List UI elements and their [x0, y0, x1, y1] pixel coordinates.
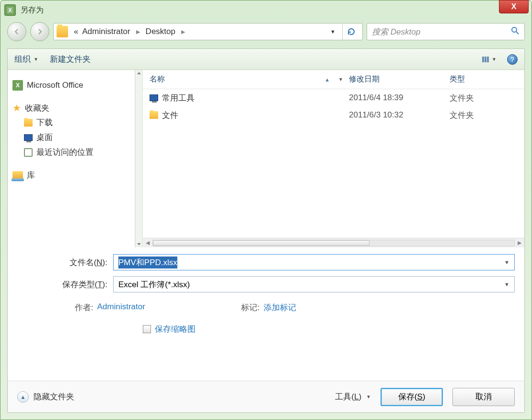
desktop-icon	[24, 134, 33, 141]
cancel-button[interactable]: 取消	[452, 388, 515, 406]
back-button[interactable]	[7, 22, 26, 41]
search-icon	[511, 26, 520, 37]
address-dropdown-icon[interactable]: ▼	[327, 29, 338, 35]
form-area: 文件名(N): PMV和PPD.xlsx ▼ 保存类型(T): Excel 工作…	[8, 247, 524, 344]
search-placeholder: 搜索 Desktop	[372, 26, 511, 37]
close-icon: X	[511, 2, 517, 11]
breadcrumb-seg-administrator[interactable]: Administrator	[80, 27, 132, 36]
triangle-down-icon	[137, 243, 141, 245]
dialog-body: 组织 ▼ 新建文件夹 ▼ ? X Microsoft Office	[7, 48, 525, 413]
file-type: 文件夹	[450, 93, 524, 104]
column-headers: 名称 ▲ ▼ 修改日期 类型	[143, 70, 524, 89]
filename-value: PMV和PPD.xlsx	[118, 257, 177, 268]
breadcrumb-seg-desktop[interactable]: Desktop	[144, 27, 177, 36]
breadcrumb-separator: ▶	[136, 29, 140, 35]
chevron-down-icon: ▼	[492, 57, 497, 62]
chevron-down-icon[interactable]: ▼	[504, 259, 509, 265]
tools-menu[interactable]: 工具(L) ▼	[335, 391, 371, 402]
folder-icon	[24, 119, 33, 127]
close-button[interactable]: X	[499, 0, 529, 13]
svg-line-3	[516, 32, 519, 34]
thumbnail-label: 保存缩略图	[155, 324, 196, 335]
svg-text:X: X	[8, 7, 12, 13]
author-field[interactable]: 作者: Administrator	[75, 302, 145, 313]
search-box[interactable]: 搜索 Desktop	[367, 23, 525, 40]
folder-icon	[150, 111, 158, 119]
scroll-thumb[interactable]	[153, 240, 370, 246]
file-list: 名称 ▲ ▼ 修改日期 类型 常用工具 2011/6/4 18:39 文件夹	[143, 70, 524, 247]
view-icon	[482, 57, 489, 62]
savetype-value: Excel 工作簿(*.xlsx)	[118, 279, 190, 290]
savetype-label: 保存类型(T):	[17, 279, 113, 290]
file-date: 2011/6/3 10:32	[349, 110, 450, 120]
svg-point-2	[512, 27, 517, 32]
address-bar[interactable]: « Administrator ▶ Desktop ▶ ▼	[53, 23, 363, 40]
window-title: 另存为	[21, 5, 44, 15]
file-row[interactable]: 常用工具 2011/6/4 18:39 文件夹	[143, 89, 524, 106]
breadcrumb-separator: ▶	[181, 29, 185, 35]
save-as-dialog: X 另存为 X « Administrator ▶ Desktop ▶ ▼	[0, 0, 532, 420]
chevron-down-icon: ▼	[366, 394, 371, 399]
recent-icon	[24, 148, 33, 157]
view-options-button[interactable]: ▼	[482, 57, 497, 62]
excel-app-icon: X	[4, 4, 16, 16]
filename-input[interactable]: PMV和PPD.xlsx ▼	[113, 254, 515, 270]
toolbar: 组织 ▼ 新建文件夹 ▼ ?	[8, 49, 524, 70]
thumbnail-checkbox[interactable]	[143, 325, 151, 333]
sidebar-item-downloads[interactable]: 下载	[12, 115, 131, 130]
column-header-name[interactable]: 名称 ▲ ▼	[143, 74, 349, 84]
file-name: 文件	[162, 110, 178, 121]
folder-icon	[57, 26, 68, 37]
column-header-date[interactable]: 修改日期	[349, 74, 450, 84]
scroll-left-icon[interactable]: ◀	[143, 239, 152, 247]
file-name: 常用工具	[162, 93, 195, 104]
breadcrumb-overflow[interactable]: «	[72, 27, 80, 36]
organize-menu[interactable]: 组织 ▼	[14, 54, 38, 65]
excel-icon: X	[12, 80, 23, 91]
forward-button[interactable]	[30, 22, 49, 41]
horizontal-scrollbar[interactable]: ◀ ▶	[143, 238, 524, 247]
star-icon: ★	[12, 102, 21, 114]
sidebar-item-desktop[interactable]: 桌面	[12, 130, 131, 145]
titlebar: X 另存为 X	[0, 0, 532, 20]
help-button[interactable]: ?	[507, 54, 518, 65]
libraries-icon	[12, 171, 23, 180]
file-row[interactable]: 文件 2011/6/3 10:32 文件夹	[143, 106, 524, 124]
save-button[interactable]: 保存(S)	[381, 388, 443, 406]
file-date: 2011/6/4 18:39	[349, 93, 450, 103]
sort-arrow-icon: ▲	[324, 77, 330, 82]
sidebar-item-favorites[interactable]: ★ 收藏夹	[12, 101, 131, 115]
sidebar-item-office[interactable]: X Microsoft Office	[12, 79, 131, 92]
sidebar-item-libraries[interactable]: 库	[12, 168, 131, 182]
navigation-row: « Administrator ▶ Desktop ▶ ▼ 搜索 Desktop	[0, 20, 532, 44]
tags-field[interactable]: 标记: 添加标记	[241, 302, 296, 313]
chevron-down-icon: ▼	[34, 57, 38, 62]
new-folder-button[interactable]: 新建文件夹	[50, 54, 91, 65]
triangle-up-icon	[137, 72, 141, 74]
chevron-down-icon[interactable]: ▼	[504, 281, 509, 287]
hide-folders-toggle[interactable]: ▲ 隐藏文件夹	[17, 391, 74, 403]
content-area: X Microsoft Office ★ 收藏夹 下载 桌面	[8, 70, 524, 247]
pane-resizer[interactable]	[135, 70, 143, 247]
bottom-bar: ▲ 隐藏文件夹 工具(L) ▼ 保存(S) 取消	[8, 381, 524, 412]
refresh-button[interactable]	[342, 23, 359, 40]
scroll-track[interactable]	[152, 240, 515, 246]
column-header-type[interactable]: 类型	[450, 74, 524, 84]
chevron-down-icon: ▼	[338, 77, 343, 82]
desktop-icon	[150, 94, 158, 101]
collapse-icon: ▲	[17, 391, 29, 403]
sidebar-item-recent[interactable]: 最近访问的位置	[12, 145, 131, 160]
file-type: 文件夹	[450, 110, 524, 121]
savetype-select[interactable]: Excel 工作簿(*.xlsx) ▼	[113, 276, 515, 292]
navigation-pane: X Microsoft Office ★ 收藏夹 下载 桌面	[8, 70, 135, 247]
filename-label: 文件名(N):	[17, 257, 113, 268]
scroll-right-icon[interactable]: ▶	[515, 239, 524, 247]
